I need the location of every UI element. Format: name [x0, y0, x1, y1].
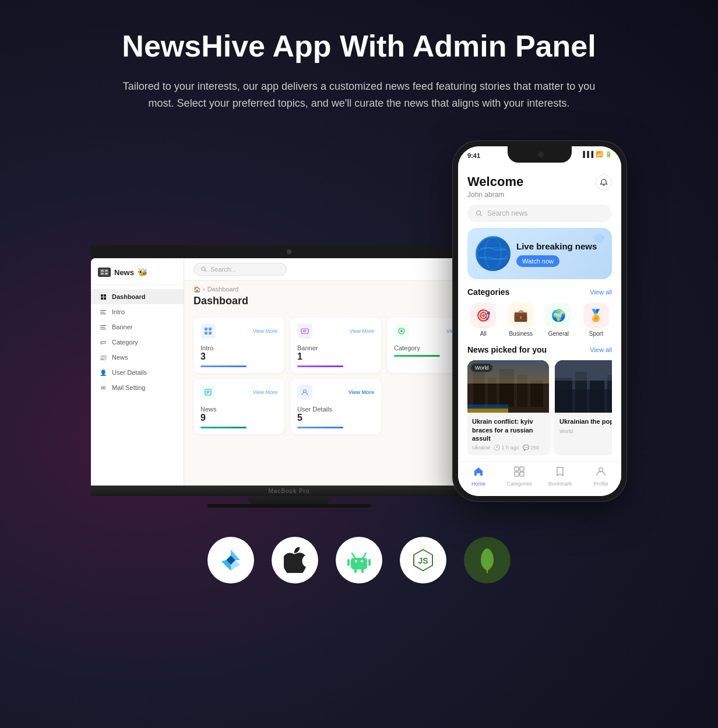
apple-icon-circle: [272, 537, 318, 583]
categories-section-header: Categories View all: [467, 287, 612, 297]
category-business[interactable]: 💼 Business: [505, 303, 537, 337]
android-icon-circle: [336, 537, 382, 583]
phone-welcome-section: Welcome John abram: [467, 174, 612, 199]
phone-search-placeholder: Search news: [487, 209, 527, 217]
news-view-all[interactable]: View all: [590, 346, 612, 353]
svg-rect-47: [520, 472, 524, 476]
laptop-camera: [287, 249, 291, 254]
news-card-1-image: World: [467, 360, 549, 413]
phone-search[interactable]: Search news: [467, 205, 612, 222]
category-general-icon: 🌍: [545, 303, 571, 328]
svg-point-23: [477, 237, 509, 270]
admin-bee-icon: 🐝: [138, 268, 147, 277]
phone-bottom-nav: Home Categories: [458, 461, 621, 496]
svg-rect-10: [209, 332, 212, 335]
banner-watch-button[interactable]: Watch now: [516, 255, 559, 267]
news-card-1-source: Ukraine: [472, 445, 490, 451]
news-card-2-meta: World: [559, 428, 612, 434]
nav-categories-label: Categories: [506, 481, 532, 487]
category-sport[interactable]: 🏅 Sport: [580, 303, 613, 337]
category-all-label: All: [480, 330, 487, 337]
svg-point-15: [400, 330, 403, 332]
news-label: News: [200, 406, 277, 413]
dashboard-card-news: View More News 9: [193, 379, 284, 434]
nav-bookmark-label: Bookmark: [548, 481, 572, 487]
svg-point-56: [355, 560, 357, 562]
nav-intro[interactable]: Intro: [91, 304, 184, 319]
nav-profile[interactable]: Profile: [580, 466, 621, 487]
banner-bar: [297, 365, 343, 367]
admin-sidebar: News 🐝 Dashboard: [91, 258, 184, 486]
category-general[interactable]: 🌍 General: [543, 303, 575, 337]
svg-rect-0: [100, 269, 109, 276]
svg-rect-3: [101, 273, 104, 275]
news-card-1-meta: Ukraine 🕐 1 h ago 💬 250: [472, 445, 544, 451]
dashboard-card-intro: View More Intro 3: [193, 318, 284, 373]
intro-view-more[interactable]: View More: [253, 328, 277, 334]
laptop-camera-bar: [91, 245, 487, 258]
nav-home[interactable]: Home: [458, 466, 499, 487]
news-card-1[interactable]: World Ukrain conflict: kyiv braces for a…: [467, 360, 549, 455]
categories-title: Categories: [467, 287, 509, 297]
users-value: 5: [297, 413, 374, 423]
categories-view-all[interactable]: View all: [590, 289, 612, 296]
notification-bell-icon[interactable]: [596, 174, 612, 191]
nav-bookmark[interactable]: Bookmark: [540, 466, 580, 487]
laptop-screen: News 🐝 Dashboard: [91, 258, 487, 486]
banner-value: 1: [297, 351, 374, 362]
svg-rect-32: [530, 381, 543, 407]
admin-breadcrumb: 🏠 › Dashboard: [184, 281, 487, 295]
svg-rect-4: [105, 273, 108, 275]
users-label: User Details: [297, 406, 374, 413]
tech-icons-row: JS: [0, 508, 718, 607]
breadcrumb-label: Dashboard: [207, 286, 239, 293]
status-icons: ▐▐▐ 📶 🔋: [581, 151, 612, 157]
category-sport-label: Sport: [589, 330, 603, 337]
nav-dashboard[interactable]: Dashboard: [91, 289, 184, 304]
news-picked-title: News picked for you: [467, 345, 547, 354]
welcome-user: John abram: [467, 191, 523, 199]
svg-rect-40: [590, 381, 604, 413]
admin-content: Search... 🏠 › Dashboard Dashboard: [184, 258, 487, 486]
news-card-2-image: Sport: [555, 360, 612, 413]
news-card-2-source: World: [559, 428, 573, 434]
news-card-2[interactable]: Sport Ukrainian the popu... World: [555, 360, 612, 455]
svg-rect-8: [209, 328, 212, 330]
nav-mail-setting[interactable]: ✉ Mail Setting: [91, 380, 184, 395]
phone-device: 9:41 ▐▐▐ 📶 🔋 Welcome John abram: [452, 140, 627, 502]
news-card-2-body: Ukrainian the popu... World: [555, 413, 612, 438]
mongodb-icon-circle: [464, 537, 511, 583]
svg-rect-45: [520, 467, 524, 471]
admin-logo-icon: [98, 268, 111, 277]
banner-text: Live breaking news Watch now: [516, 241, 604, 268]
svg-point-21: [477, 211, 481, 215]
category-all-icon: 🎯: [470, 303, 496, 328]
svg-rect-61: [361, 568, 364, 573]
laptop-label: MacBook Pro: [268, 488, 309, 494]
news-value: 9: [200, 413, 277, 423]
banner-view-more[interactable]: View More: [350, 328, 374, 334]
dashboard-card-users: View More User Details 5: [290, 379, 381, 434]
devices-section: News 🐝 Dashboard: [0, 129, 718, 508]
users-view-more[interactable]: View More: [349, 389, 374, 395]
nav-news[interactable]: 📰 News: [91, 350, 184, 365]
nav-categories[interactable]: Categories: [499, 466, 540, 487]
admin-logo-text: News: [114, 268, 134, 277]
nav-banner[interactable]: Banner: [91, 319, 184, 335]
svg-rect-34: [467, 405, 508, 409]
laptop-foot: [207, 504, 371, 508]
admin-logo: News 🐝: [91, 265, 184, 284]
nav-home-label: Home: [471, 481, 485, 487]
svg-rect-11: [301, 329, 308, 333]
profile-icon: [596, 466, 606, 479]
category-sport-icon: 🏅: [583, 303, 609, 328]
news-view-more[interactable]: View More: [253, 389, 277, 395]
news-cards-row: World Ukrain conflict: kyiv braces for a…: [467, 360, 612, 455]
nav-category[interactable]: 🏷 Category: [91, 335, 184, 350]
nav-profile-label: Profile: [593, 481, 608, 487]
wifi-icon: 📶: [596, 151, 603, 157]
admin-search[interactable]: Search...: [193, 263, 287, 276]
category-all[interactable]: 🎯 All: [467, 303, 499, 337]
svg-line-6: [205, 270, 207, 272]
nav-user-details[interactable]: 👤 User Details: [91, 365, 184, 380]
